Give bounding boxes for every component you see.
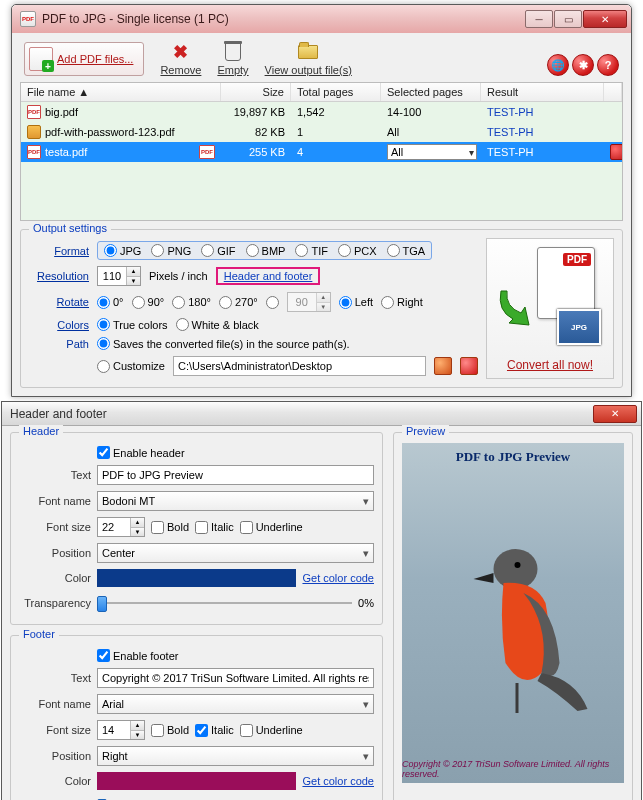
footer-font-combo[interactable]: Arial <box>97 694 374 714</box>
svg-point-1 <box>515 562 521 568</box>
preview-footer-text: Copyright © 2017 TriSun Software Limited… <box>402 759 618 779</box>
dialog-titlebar[interactable]: Header and footer ✕ <box>2 402 641 426</box>
rotate-left[interactable]: Left <box>339 296 373 309</box>
view-output-button[interactable]: View output file(s) <box>265 41 352 76</box>
add-pdf-button[interactable]: Add PDF files... <box>24 42 144 76</box>
resolution-input[interactable]: ▲▼ <box>97 266 141 286</box>
rotate-custom[interactable] <box>266 296 279 309</box>
header-italic-checkbox[interactable]: Italic <box>195 521 234 534</box>
info-button[interactable]: ✱ <box>572 54 594 76</box>
header-text-input[interactable] <box>97 465 374 485</box>
pdf-icon: PDF <box>27 105 41 119</box>
path-same[interactable]: Saves the converted file(s) in the sourc… <box>97 337 350 350</box>
format-tga[interactable]: TGA <box>387 244 426 257</box>
result-link[interactable]: TEST-PH <box>487 146 533 158</box>
folder-icon <box>298 45 318 59</box>
lock-icon <box>27 125 41 139</box>
remove-button[interactable]: ✖ Remove <box>160 41 201 76</box>
table-row-selected[interactable]: PDFtesta.pdfPDF 255 KB 4 All TEST-PH <box>21 142 622 162</box>
rotate-180[interactable]: 180° <box>172 296 211 309</box>
col-result[interactable]: Result <box>481 83 604 101</box>
result-link[interactable]: TEST-PH <box>487 106 533 118</box>
col-pages[interactable]: Total pages <box>291 83 381 101</box>
convert-illustration: PDF JPG <box>487 239 613 353</box>
preview-canvas: PDF to JPG Preview Copyright © 2017 TriS… <box>402 443 624 783</box>
delete-row-button[interactable] <box>610 144 622 160</box>
rotate-90[interactable]: 90° <box>132 296 165 309</box>
output-settings: Output settings Format JPG PNG GIF BMP T… <box>20 229 623 388</box>
rotate-270[interactable]: 270° <box>219 296 258 309</box>
table-row[interactable]: PDFbig.pdf 19,897 KB 1,542 14-100 TEST-P… <box>21 102 622 122</box>
grid-header: File name ▲ Size Total pages Selected pa… <box>21 83 622 102</box>
path-input[interactable] <box>173 356 426 376</box>
close-button[interactable]: ✕ <box>583 10 627 28</box>
maximize-button[interactable]: ▭ <box>554 10 582 28</box>
header-transparency-slider[interactable] <box>97 593 352 613</box>
path-label: Path <box>29 338 89 350</box>
add-pdf-label: Add PDF files... <box>57 53 133 65</box>
header-color-swatch[interactable] <box>97 569 296 587</box>
footer-bold-checkbox[interactable]: Bold <box>151 724 189 737</box>
footer-size-input[interactable]: 14▲▼ <box>97 720 145 740</box>
titlebar[interactable]: PDF PDF to JPG - Single license (1 PC) ─… <box>12 5 631 33</box>
header-position-combo[interactable]: Center <box>97 543 374 563</box>
footer-color-swatch[interactable] <box>97 772 296 790</box>
help-button[interactable]: ? <box>597 54 619 76</box>
convert-all-button[interactable]: Convert all now! <box>507 353 593 378</box>
table-row[interactable]: pdf-with-password-123.pdf 82 KB 1 All TE… <box>21 122 622 142</box>
window-title: PDF to JPG - Single license (1 PC) <box>42 12 229 26</box>
minimize-button[interactable]: ─ <box>525 10 553 28</box>
footer-italic-checkbox[interactable]: Italic <box>195 724 234 737</box>
preview-group: Preview PDF to JPG Preview Copyright © 2… <box>393 432 633 800</box>
trash-icon <box>225 43 241 61</box>
footer-transparency-slider[interactable] <box>97 796 352 800</box>
col-size[interactable]: Size <box>221 83 291 101</box>
format-tif[interactable]: TIF <box>295 244 328 257</box>
format-png[interactable]: PNG <box>151 244 191 257</box>
svg-rect-2 <box>516 683 519 713</box>
preview-header-text: PDF to JPG Preview <box>402 449 624 465</box>
format-gif[interactable]: GIF <box>201 244 235 257</box>
rotate-right[interactable]: Right <box>381 296 423 309</box>
header-size-input[interactable]: 22▲▼ <box>97 517 145 537</box>
enable-footer-checkbox[interactable]: Enable footer <box>97 649 178 662</box>
pdf-add-icon <box>29 47 53 71</box>
browse-button[interactable] <box>434 357 452 375</box>
open-path-button[interactable] <box>460 357 478 375</box>
header-color-link[interactable]: Get color code <box>302 572 374 584</box>
result-link[interactable]: TEST-PH <box>487 126 533 138</box>
header-footer-link[interactable]: Header and footer <box>220 269 317 283</box>
selected-pages-dropdown[interactable]: All <box>387 144 477 160</box>
convert-panel: PDF JPG Convert all now! <box>486 238 614 379</box>
format-label: Format <box>29 245 89 257</box>
resolution-unit: Pixels / inch <box>149 270 208 282</box>
rotate-0[interactable]: 0° <box>97 296 124 309</box>
format-pcx[interactable]: PCX <box>338 244 377 257</box>
empty-button[interactable]: Empty <box>217 41 248 76</box>
header-underline-checkbox[interactable]: Underline <box>240 521 303 534</box>
footer-position-combo[interactable]: Right <box>97 746 374 766</box>
header-font-combo[interactable]: Bodoni MT <box>97 491 374 511</box>
colors-true[interactable]: True colors <box>97 318 168 331</box>
rotate-custom-input[interactable]: ▲▼ <box>287 292 331 312</box>
header-bold-checkbox[interactable]: Bold <box>151 521 189 534</box>
format-jpg[interactable]: JPG <box>104 244 141 257</box>
dialog-close-button[interactable]: ✕ <box>593 405 637 423</box>
header-group: Header Enable header Text Font nameBodon… <box>10 432 383 625</box>
enable-header-checkbox[interactable]: Enable header <box>97 446 185 459</box>
col-filename[interactable]: File name ▲ <box>21 83 221 101</box>
colors-wb[interactable]: White & black <box>176 318 259 331</box>
footer-text-input[interactable] <box>97 668 374 688</box>
footer-underline-checkbox[interactable]: Underline <box>240 724 303 737</box>
format-bmp[interactable]: BMP <box>246 244 286 257</box>
settings-legend: Output settings <box>29 222 111 234</box>
svg-point-0 <box>494 549 538 589</box>
footer-group: Footer Enable footer Text Font nameArial… <box>10 635 383 800</box>
colors-label: Colors <box>29 319 89 331</box>
col-selected[interactable]: Selected pages <box>381 83 481 101</box>
dialog-title: Header and footer <box>10 407 107 421</box>
web-button[interactable]: 🌐 <box>547 54 569 76</box>
path-custom-radio[interactable]: Customize <box>97 360 165 373</box>
footer-color-link[interactable]: Get color code <box>302 775 374 787</box>
file-grid: File name ▲ Size Total pages Selected pa… <box>20 82 623 221</box>
